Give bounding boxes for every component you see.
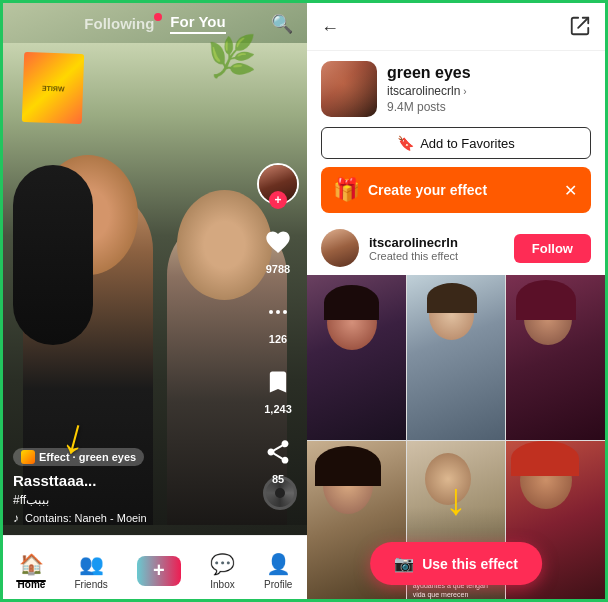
search-icon[interactable]: 🔍 [271,13,293,35]
grid-item-2 [407,275,506,440]
nav-create[interactable] [137,556,181,586]
add-favorites-button[interactable]: 🔖 Add to Favorites [321,127,591,159]
create-effect-banner[interactable]: 🎁 Create your effect ✕ [321,167,591,213]
nav-home[interactable]: 🏠 Home [18,552,46,590]
follow-plus-badge: + [269,191,287,209]
nav-inbox[interactable]: 💬 Inbox [210,552,235,590]
live-dot [154,13,162,21]
effect-tag-label: Effect · green eyes [39,451,136,463]
grid-video-3[interactable] [506,275,605,440]
video-background: 🌿 Following For You 🔍 + [3,3,307,602]
nav-friends[interactable]: 👥 Friends [74,552,107,590]
bottom-nav: 🏠 Home 👥 Friends 💬 Inbox 👤 Profile [3,535,307,602]
home-active-underline [16,580,46,582]
music-text: Contains: Naneh - Moein [25,512,147,524]
music-note-icon: ♪ [13,511,19,525]
use-effect-button[interactable]: 📷 Use this effect [370,542,542,585]
create-effect-label: Create your effect [368,182,562,198]
creator-subtext: Created this effect [369,250,504,262]
use-effect-label: Use this effect [422,556,518,572]
friends-label: Friends [74,579,107,590]
effect-info-section: green eyes itscarolinecrln › 9.4M posts [307,51,605,127]
creator-info: itscarolinecrln Created this effect [369,235,504,262]
home-icon: 🏠 [19,552,44,576]
video-username: Rassttaaa... [13,472,247,489]
video-actions: + 9788 126 [257,163,299,485]
inbox-icon: 💬 [210,552,235,576]
share-button[interactable] [569,15,591,42]
banner-emoji-icon: 🎁 [333,177,360,203]
grid-item-3 [506,275,605,440]
video-info: Effect · green eyes Rassttaaa... #ffبببب… [13,448,247,525]
following-label: Following [84,15,154,32]
three-dots-icon [269,310,287,314]
bookmarks-action[interactable]: 1,243 [259,363,297,415]
inbox-label: Inbox [210,579,234,590]
for-you-tab[interactable]: For You [170,13,225,34]
shares-count: 85 [272,473,284,485]
bookmarks-count: 1,243 [264,403,292,415]
comment-icon [259,293,297,331]
add-favorites-label: Add to Favorites [420,136,515,151]
banner-close-button[interactable]: ✕ [562,179,579,202]
shares-action[interactable]: 85 [259,433,297,485]
profile-label: Profile [264,579,292,590]
right-header: ← [307,3,605,51]
right-arrow-annotation: ↓ [445,473,468,525]
grid-item-1 [307,275,406,440]
effect-icon [21,450,35,464]
music-info: ♪ Contains: Naneh - Moein [13,511,247,525]
bookmark-add-icon: 🔖 [397,135,414,151]
back-button[interactable]: ← [321,18,339,39]
effect-name: green eyes [387,64,591,82]
likes-action[interactable]: 9788 [259,223,297,275]
nav-profile[interactable]: 👤 Profile [264,552,292,590]
video-hashtags: #ffبببب [13,493,247,507]
grid-video-2[interactable] [407,275,506,440]
creator-section: itscarolinecrln Created this effect Foll… [307,223,605,275]
effect-posts-count: 9.4M posts [387,100,591,114]
left-header: Following For You 🔍 [3,3,307,44]
create-button[interactable] [137,556,181,586]
wall-poster [22,52,84,124]
effect-creator-name: itscarolinecrln [387,84,460,98]
effect-details: green eyes itscarolinecrln › 9.4M posts [387,64,591,114]
profile-icon: 👤 [266,552,291,576]
likes-count: 9788 [266,263,290,275]
grid-video-1[interactable] [307,275,406,440]
creator-avatar-wrapper[interactable]: + [257,163,299,205]
bookmark-icon [259,363,297,401]
comments-count: 126 [269,333,287,345]
following-tab[interactable]: Following [84,15,154,32]
effect-creator-link[interactable]: itscarolinecrln › [387,84,591,98]
camera-icon: 📷 [394,554,414,573]
effect-thumbnail [321,61,377,117]
like-icon [259,223,297,261]
share-icon [259,433,297,471]
creator-handle: itscarolinecrln [369,235,504,250]
creator-avatar [321,229,359,267]
left-panel: 🌿 Following For You 🔍 + [3,3,307,602]
follow-button[interactable]: Follow [514,234,591,263]
chevron-right-icon: › [463,86,466,97]
comments-action[interactable]: 126 [259,293,297,345]
friends-icon: 👥 [79,552,104,576]
right-panel: ← green eyes itscarolinecrln › 9.4M post… [307,3,605,602]
